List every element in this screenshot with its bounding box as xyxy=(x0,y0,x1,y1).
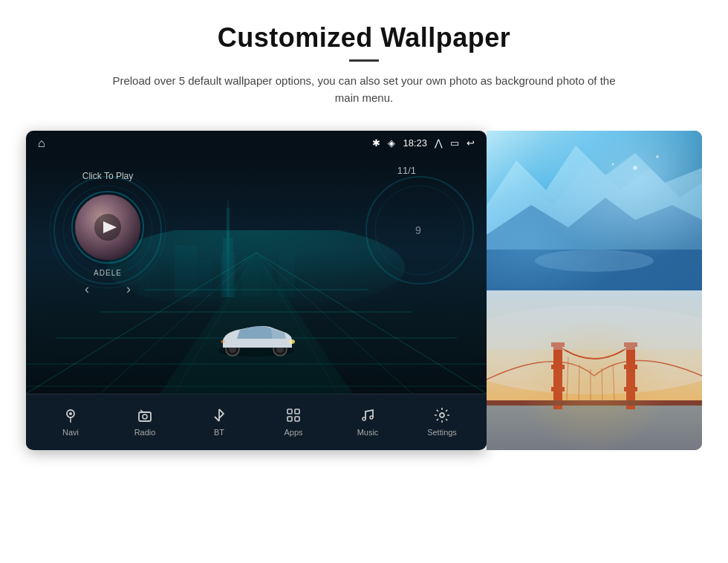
prev-arrow[interactable]: ‹ xyxy=(85,282,89,297)
nav-item-music[interactable]: Music xyxy=(342,406,394,437)
svg-point-64 xyxy=(487,305,702,394)
apps-icon xyxy=(285,406,302,424)
svg-point-45 xyxy=(143,414,147,419)
svg-rect-50 xyxy=(295,417,299,421)
nav-item-radio[interactable]: Radio xyxy=(119,406,171,437)
navi-label: Navi xyxy=(62,428,79,437)
nav-item-settings[interactable]: Settings xyxy=(416,406,468,437)
svg-line-76 xyxy=(579,365,579,400)
date-display: 11/1 xyxy=(397,165,416,176)
svg-marker-57 xyxy=(487,198,702,290)
svg-marker-55 xyxy=(487,146,702,290)
svg-point-61 xyxy=(656,155,659,158)
svg-line-75 xyxy=(567,357,568,400)
svg-rect-68 xyxy=(551,365,565,369)
album-art xyxy=(71,190,145,264)
nav-item-apps[interactable]: Apps xyxy=(267,406,319,437)
nav-arrows: ‹ › xyxy=(85,282,131,297)
svg-rect-54 xyxy=(487,131,702,290)
status-left: ⌂ xyxy=(38,137,45,150)
thumbnails-col xyxy=(487,131,702,450)
thumb-ice[interactable] xyxy=(487,131,702,290)
car-image xyxy=(212,319,301,364)
svg-rect-70 xyxy=(626,342,635,409)
home-icon: ⌂ xyxy=(38,137,45,150)
main-display: 9 Click To Play xyxy=(26,156,487,394)
svg-point-43 xyxy=(69,412,72,415)
svg-point-62 xyxy=(612,163,614,165)
svg-rect-58 xyxy=(487,250,702,290)
apps-label: Apps xyxy=(284,428,302,437)
expand-icon: ⋀ xyxy=(435,137,443,149)
svg-rect-65 xyxy=(487,406,702,450)
settings-label: Settings xyxy=(427,428,457,437)
back-icon: ↩ xyxy=(467,137,475,149)
status-right: ✱ ◈ 18:23 ⋀ ▭ ↩ xyxy=(372,137,475,149)
title-divider xyxy=(349,59,379,62)
svg-point-52 xyxy=(370,416,373,419)
svg-point-51 xyxy=(363,417,365,420)
music-player: Click To Play xyxy=(71,171,145,297)
svg-rect-69 xyxy=(551,387,565,391)
svg-rect-49 xyxy=(287,417,292,421)
nav-item-bt[interactable]: BT xyxy=(193,406,245,437)
page-container: Customized Wallpaper Preload over 5 defa… xyxy=(0,0,728,563)
music-icon xyxy=(359,406,377,424)
window-icon: ▭ xyxy=(450,137,459,149)
date-text: 11/1 xyxy=(397,165,416,176)
svg-point-41 xyxy=(221,340,225,343)
svg-marker-56 xyxy=(487,160,702,290)
svg-rect-74 xyxy=(487,400,702,406)
svg-point-59 xyxy=(535,250,654,272)
svg-rect-80 xyxy=(487,290,702,350)
content-row: ⌂ ✱ ◈ 18:23 ⋀ ▭ ↩ xyxy=(30,131,698,450)
thumb-bridge[interactable] xyxy=(487,290,702,450)
svg-rect-67 xyxy=(551,342,565,347)
music-label: Music xyxy=(357,428,379,437)
svg-rect-63 xyxy=(487,290,702,450)
svg-point-40 xyxy=(289,339,295,344)
svg-rect-66 xyxy=(553,342,562,409)
svg-rect-72 xyxy=(624,365,637,369)
svg-point-60 xyxy=(633,166,637,170)
right-gauge: 9 xyxy=(360,171,479,290)
next-arrow[interactable]: › xyxy=(126,282,131,297)
radio-label: Radio xyxy=(134,428,156,437)
click-to-play-label: Click To Play xyxy=(82,171,133,181)
svg-line-79 xyxy=(613,365,614,400)
time-display: 18:23 xyxy=(403,137,427,149)
settings-icon xyxy=(433,406,451,424)
car-screen: ⌂ ✱ ◈ 18:23 ⋀ ▭ ↩ xyxy=(26,131,487,450)
navi-icon xyxy=(62,406,79,424)
svg-line-78 xyxy=(602,368,602,400)
svg-rect-47 xyxy=(287,409,292,414)
title-section: Customized Wallpaper Preload over 5 defa… xyxy=(104,22,624,107)
svg-rect-48 xyxy=(295,409,299,414)
artist-label: ADELE xyxy=(94,269,122,277)
svg-text:9: 9 xyxy=(415,224,421,236)
bottom-nav: Navi Radio BT xyxy=(26,394,487,449)
svg-rect-73 xyxy=(624,387,637,391)
svg-point-53 xyxy=(440,413,444,417)
svg-rect-71 xyxy=(624,342,637,347)
subtitle: Preload over 5 default wallpaper options… xyxy=(104,72,624,107)
bt-icon xyxy=(210,406,228,424)
status-bar: ⌂ ✱ ◈ 18:23 ⋀ ▭ ↩ xyxy=(26,131,487,156)
svg-rect-44 xyxy=(139,412,151,421)
bluetooth-icon: ✱ xyxy=(372,137,380,149)
radio-icon xyxy=(136,406,154,424)
page-title: Customized Wallpaper xyxy=(104,22,624,53)
wifi-icon: ◈ xyxy=(388,137,395,149)
nav-item-navi[interactable]: Navi xyxy=(45,406,97,437)
bt-label: BT xyxy=(214,428,224,437)
